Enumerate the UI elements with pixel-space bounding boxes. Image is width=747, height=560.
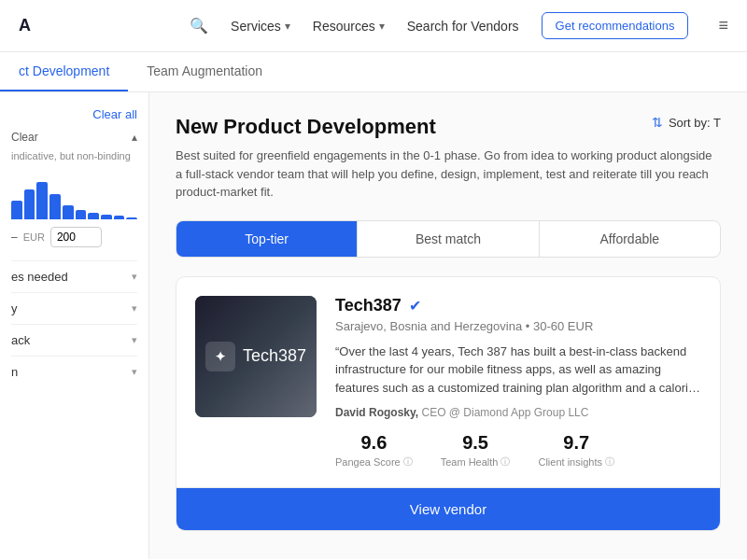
tab-product-development[interactable]: ct Development bbox=[0, 52, 128, 91]
scores-row: 9.6 Pangea Score ⓘ 9.5 Team Health ⓘ 9.7… bbox=[335, 432, 701, 469]
filter-list: es needed▾y▾ack▾n▾ bbox=[11, 260, 137, 387]
main-tabs: ct Development Team Augmentation bbox=[0, 52, 747, 92]
nav-search-vendors[interactable]: Search for Vendors bbox=[407, 19, 519, 34]
chevron-down-icon: ▾ bbox=[132, 334, 137, 346]
search-icon[interactable]: 🔍 bbox=[190, 17, 208, 35]
score-label-1: Team Health ⓘ bbox=[441, 455, 511, 469]
sidebar-section-header: Clear ▴ bbox=[11, 131, 137, 144]
chevron-down-icon: ▾ bbox=[132, 366, 137, 378]
vendor-info: Tech387 ✔ Sarajevo, Bosnia and Herzegovi… bbox=[335, 296, 701, 469]
info-icon-2[interactable]: ⓘ bbox=[605, 455, 614, 469]
vendor-logo-icon: ✦ bbox=[205, 342, 235, 371]
nav-resources[interactable]: Resources ▾ bbox=[313, 19, 385, 34]
vendor-image: ✦ Tech387 bbox=[195, 296, 317, 417]
vendor-reviewer: David Rogosky, CEO @ Diamond App Group L… bbox=[335, 406, 701, 419]
tier-tab-2[interactable]: Affordable bbox=[540, 221, 720, 257]
filter-label: es needed bbox=[11, 270, 68, 284]
tier-tab-1[interactable]: Best match bbox=[358, 221, 539, 257]
logo-387: 387 bbox=[278, 346, 306, 365]
view-vendor-button[interactable]: View vendor bbox=[176, 487, 720, 530]
chart-bar-6 bbox=[88, 213, 99, 220]
clear-all-button[interactable]: Clear all bbox=[11, 107, 137, 121]
main-nav: 🔍 Services ▾ Resources ▾ Search for Vend… bbox=[190, 12, 728, 39]
price-chart bbox=[11, 173, 137, 219]
tab-team-augmentation[interactable]: Team Augmentation bbox=[128, 52, 281, 91]
sidebar-note: indicative, but non-binding bbox=[11, 149, 137, 163]
chart-bar-4 bbox=[63, 205, 74, 219]
score-value-1: 9.5 bbox=[441, 432, 511, 454]
logo: A bbox=[19, 16, 31, 35]
chevron-down-icon: ▾ bbox=[132, 302, 137, 315]
resources-label: Resources bbox=[313, 19, 375, 34]
vendor-quote: “Over the last 4 years, Tech 387 has bui… bbox=[335, 343, 701, 398]
chart-bar-7 bbox=[101, 215, 112, 219]
score-item-2: 9.7 Client insights ⓘ bbox=[538, 432, 613, 469]
chart-bar-9 bbox=[126, 217, 137, 220]
chart-bar-1 bbox=[24, 189, 35, 220]
vendor-name-row: Tech387 ✔ bbox=[335, 296, 701, 315]
hamburger-icon[interactable]: ≡ bbox=[718, 16, 728, 35]
sort-label: Sort by: T bbox=[669, 116, 721, 130]
range-dash: – bbox=[11, 231, 18, 244]
range-max-input[interactable] bbox=[50, 227, 102, 247]
verified-badge-icon: ✔ bbox=[409, 297, 421, 315]
score-value-0: 9.6 bbox=[335, 432, 413, 454]
filter-label: y bbox=[11, 301, 18, 315]
search-vendors-label: Search for Vendors bbox=[407, 19, 519, 34]
vendor-card: ✦ Tech387 Tech387 ✔ Sarajevo, Bosnia and… bbox=[176, 276, 721, 532]
vendor-card-inner: ✦ Tech387 Tech387 ✔ Sarajevo, Bosnia and… bbox=[176, 277, 720, 488]
chart-bar-3 bbox=[49, 194, 61, 220]
chevron-down-icon: ▾ bbox=[379, 20, 385, 33]
info-icon-0[interactable]: ⓘ bbox=[403, 455, 413, 469]
vendor-rate: 30-60 EUR bbox=[533, 319, 593, 333]
vendor-location: Sarajevo, Bosnia and Herzegovina bbox=[335, 319, 522, 333]
vendor-rate-separator: • bbox=[526, 319, 533, 333]
reviewer-name: David Rogosky, bbox=[335, 406, 418, 419]
range-row: – EUR bbox=[11, 227, 137, 247]
reviewer-role: CEO @ Diamond App Group LLC bbox=[421, 406, 588, 419]
score-item-1: 9.5 Team Health ⓘ bbox=[441, 432, 511, 469]
nav-services[interactable]: Services ▾ bbox=[231, 19, 290, 34]
info-icon-1[interactable]: ⓘ bbox=[500, 455, 510, 469]
chart-bar-8 bbox=[114, 216, 125, 219]
currency-label: EUR bbox=[23, 231, 45, 243]
section-description: Best suited for greenfield engagements i… bbox=[176, 147, 717, 202]
section-title: New Product Development bbox=[176, 115, 436, 139]
filter-item-1[interactable]: y▾ bbox=[11, 292, 137, 324]
score-label-0: Pangea Score ⓘ bbox=[335, 455, 413, 469]
chevron-down-icon: ▾ bbox=[132, 271, 137, 283]
clear-label: Clear bbox=[11, 131, 38, 144]
logo-tech: Tech bbox=[243, 346, 278, 365]
vendor-logo-text: Tech387 bbox=[243, 346, 306, 366]
vendor-name: Tech387 bbox=[335, 296, 402, 315]
chart-bar-0 bbox=[11, 201, 22, 219]
header: A 🔍 Services ▾ Resources ▾ Search for Ve… bbox=[0, 0, 747, 52]
vendor-logo-box: ✦ Tech387 bbox=[205, 342, 306, 371]
chevron-down-icon: ▾ bbox=[285, 20, 290, 33]
sort-row[interactable]: ⇅ Sort by: T bbox=[652, 115, 721, 130]
sidebar: Clear all Clear ▴ indicative, but non-bi… bbox=[0, 92, 149, 559]
vendor-meta: Sarajevo, Bosnia and Herzegovina • 30-60… bbox=[335, 319, 701, 333]
filter-label: ack bbox=[11, 333, 30, 347]
score-item-0: 9.6 Pangea Score ⓘ bbox=[335, 432, 413, 469]
sort-icon: ⇅ bbox=[652, 115, 663, 130]
tier-tab-0[interactable]: Top-tier bbox=[176, 221, 358, 257]
content-area: New Product Development ⇅ Sort by: T Bes… bbox=[149, 92, 747, 559]
chevron-up-icon: ▴ bbox=[132, 131, 137, 144]
filter-item-2[interactable]: ack▾ bbox=[11, 324, 137, 356]
main-layout: Clear all Clear ▴ indicative, but non-bi… bbox=[0, 92, 747, 559]
filter-label: n bbox=[11, 365, 18, 379]
filter-item-3[interactable]: n▾ bbox=[11, 356, 137, 387]
chart-bar-2 bbox=[36, 182, 48, 219]
get-recommendations-button[interactable]: Get recommendations bbox=[542, 12, 689, 39]
chart-bar-5 bbox=[76, 210, 87, 219]
score-value-2: 9.7 bbox=[538, 432, 613, 454]
filter-item-0[interactable]: es needed▾ bbox=[11, 260, 137, 292]
score-label-2: Client insights ⓘ bbox=[538, 455, 613, 469]
tier-tabs: Top-tierBest matchAffordable bbox=[176, 220, 721, 258]
services-label: Services bbox=[231, 19, 281, 34]
